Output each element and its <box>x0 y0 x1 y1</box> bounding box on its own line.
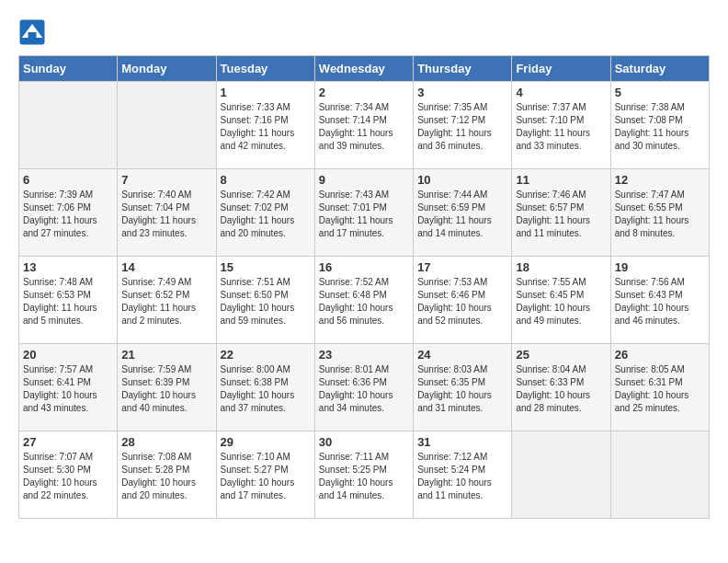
calendar-cell <box>19 82 118 169</box>
day-info: Sunrise: 7:38 AM Sunset: 7:08 PM Dayligh… <box>615 101 705 153</box>
day-info: Sunrise: 7:48 AM Sunset: 6:53 PM Dayligh… <box>23 276 113 327</box>
day-info: Sunrise: 7:07 AM Sunset: 5:30 PM Dayligh… <box>23 451 113 502</box>
day-info: Sunrise: 7:51 AM Sunset: 6:50 PM Dayligh… <box>221 276 311 327</box>
calendar-cell: 13Sunrise: 7:48 AM Sunset: 6:53 PM Dayli… <box>19 257 118 344</box>
day-number: 30 <box>319 435 409 449</box>
day-number: 8 <box>221 173 311 187</box>
page-header <box>18 18 710 46</box>
calendar-cell: 14Sunrise: 7:49 AM Sunset: 6:52 PM Dayli… <box>118 257 216 344</box>
day-number: 19 <box>615 260 705 274</box>
day-number: 25 <box>516 348 606 362</box>
weekday-header: Tuesday <box>216 56 314 82</box>
day-number: 27 <box>23 435 113 449</box>
calendar-cell: 22Sunrise: 8:00 AM Sunset: 6:38 PM Dayli… <box>216 344 314 431</box>
day-info: Sunrise: 7:53 AM Sunset: 6:46 PM Dayligh… <box>417 276 507 327</box>
day-info: Sunrise: 7:49 AM Sunset: 6:52 PM Dayligh… <box>121 276 211 327</box>
day-number: 12 <box>615 173 705 187</box>
calendar-header-row: SundayMondayTuesdayWednesdayThursdayFrid… <box>19 56 710 82</box>
day-number: 13 <box>23 260 113 274</box>
day-number: 9 <box>319 173 409 187</box>
day-info: Sunrise: 7:44 AM Sunset: 6:59 PM Dayligh… <box>417 189 507 240</box>
weekday-header: Saturday <box>610 56 709 82</box>
day-info: Sunrise: 7:42 AM Sunset: 7:02 PM Dayligh… <box>221 189 311 240</box>
day-info: Sunrise: 8:00 AM Sunset: 6:38 PM Dayligh… <box>221 363 311 415</box>
day-number: 17 <box>417 260 507 274</box>
logo-icon <box>18 18 46 46</box>
calendar-cell: 27Sunrise: 7:07 AM Sunset: 5:30 PM Dayli… <box>19 431 118 519</box>
day-number: 1 <box>221 86 311 99</box>
day-number: 7 <box>121 173 211 187</box>
calendar-cell: 12Sunrise: 7:47 AM Sunset: 6:55 PM Dayli… <box>610 169 709 257</box>
day-number: 10 <box>417 173 507 187</box>
day-info: Sunrise: 7:46 AM Sunset: 6:57 PM Dayligh… <box>516 189 606 240</box>
day-number: 16 <box>319 260 409 274</box>
day-info: Sunrise: 8:01 AM Sunset: 6:36 PM Dayligh… <box>319 363 409 415</box>
day-info: Sunrise: 7:37 AM Sunset: 7:10 PM Dayligh… <box>516 101 606 153</box>
calendar-cell: 20Sunrise: 7:57 AM Sunset: 6:41 PM Dayli… <box>19 344 118 431</box>
calendar-cell: 23Sunrise: 8:01 AM Sunset: 6:36 PM Dayli… <box>314 344 413 431</box>
calendar-cell: 4Sunrise: 7:37 AM Sunset: 7:10 PM Daylig… <box>512 82 610 169</box>
day-number: 21 <box>121 348 211 362</box>
calendar-cell <box>118 82 216 169</box>
calendar-week-row: 13Sunrise: 7:48 AM Sunset: 6:53 PM Dayli… <box>19 257 710 344</box>
day-number: 31 <box>417 435 507 449</box>
day-info: Sunrise: 7:34 AM Sunset: 7:14 PM Dayligh… <box>319 101 409 153</box>
day-info: Sunrise: 7:39 AM Sunset: 7:06 PM Dayligh… <box>23 189 113 240</box>
calendar-cell: 3Sunrise: 7:35 AM Sunset: 7:12 PM Daylig… <box>414 82 512 169</box>
day-info: Sunrise: 7:52 AM Sunset: 6:48 PM Dayligh… <box>319 276 409 327</box>
day-info: Sunrise: 8:04 AM Sunset: 6:33 PM Dayligh… <box>516 363 606 415</box>
calendar-table: SundayMondayTuesdayWednesdayThursdayFrid… <box>18 55 710 519</box>
calendar-cell: 6Sunrise: 7:39 AM Sunset: 7:06 PM Daylig… <box>19 169 118 257</box>
weekday-header: Friday <box>512 56 610 82</box>
day-number: 23 <box>319 348 409 362</box>
calendar-cell: 29Sunrise: 7:10 AM Sunset: 5:27 PM Dayli… <box>216 431 314 519</box>
day-number: 20 <box>23 348 113 362</box>
day-number: 24 <box>417 348 507 362</box>
day-number: 15 <box>221 260 311 274</box>
calendar-cell: 2Sunrise: 7:34 AM Sunset: 7:14 PM Daylig… <box>314 82 413 169</box>
day-number: 4 <box>516 86 606 99</box>
calendar-cell: 7Sunrise: 7:40 AM Sunset: 7:04 PM Daylig… <box>118 169 216 257</box>
calendar-cell: 1Sunrise: 7:33 AM Sunset: 7:16 PM Daylig… <box>216 82 314 169</box>
day-info: Sunrise: 7:10 AM Sunset: 5:27 PM Dayligh… <box>221 451 311 502</box>
weekday-header: Monday <box>118 56 216 82</box>
day-number: 2 <box>319 86 409 99</box>
calendar-cell: 10Sunrise: 7:44 AM Sunset: 6:59 PM Dayli… <box>414 169 512 257</box>
day-number: 22 <box>221 348 311 362</box>
calendar-cell: 9Sunrise: 7:43 AM Sunset: 7:01 PM Daylig… <box>314 169 413 257</box>
day-number: 5 <box>615 86 705 99</box>
day-info: Sunrise: 7:40 AM Sunset: 7:04 PM Dayligh… <box>121 189 211 240</box>
svg-rect-2 <box>28 32 37 40</box>
day-number: 14 <box>121 260 211 274</box>
day-info: Sunrise: 7:12 AM Sunset: 5:24 PM Dayligh… <box>417 451 507 502</box>
calendar-cell: 17Sunrise: 7:53 AM Sunset: 6:46 PM Dayli… <box>414 257 512 344</box>
weekday-header: Thursday <box>414 56 512 82</box>
calendar-cell: 8Sunrise: 7:42 AM Sunset: 7:02 PM Daylig… <box>216 169 314 257</box>
day-info: Sunrise: 7:11 AM Sunset: 5:25 PM Dayligh… <box>319 451 409 502</box>
day-number: 3 <box>417 86 507 99</box>
weekday-header: Wednesday <box>314 56 413 82</box>
calendar-cell: 15Sunrise: 7:51 AM Sunset: 6:50 PM Dayli… <box>216 257 314 344</box>
day-info: Sunrise: 7:35 AM Sunset: 7:12 PM Dayligh… <box>417 101 507 153</box>
day-info: Sunrise: 7:59 AM Sunset: 6:39 PM Dayligh… <box>121 363 211 415</box>
calendar-cell: 28Sunrise: 7:08 AM Sunset: 5:28 PM Dayli… <box>118 431 216 519</box>
calendar-cell: 18Sunrise: 7:55 AM Sunset: 6:45 PM Dayli… <box>512 257 610 344</box>
calendar-week-row: 27Sunrise: 7:07 AM Sunset: 5:30 PM Dayli… <box>19 431 710 519</box>
calendar-cell: 31Sunrise: 7:12 AM Sunset: 5:24 PM Dayli… <box>414 431 512 519</box>
calendar-cell: 11Sunrise: 7:46 AM Sunset: 6:57 PM Dayli… <box>512 169 610 257</box>
day-info: Sunrise: 7:33 AM Sunset: 7:16 PM Dayligh… <box>221 101 311 153</box>
day-number: 28 <box>121 435 211 449</box>
calendar-week-row: 20Sunrise: 7:57 AM Sunset: 6:41 PM Dayli… <box>19 344 710 431</box>
day-info: Sunrise: 7:55 AM Sunset: 6:45 PM Dayligh… <box>516 276 606 327</box>
calendar-cell: 5Sunrise: 7:38 AM Sunset: 7:08 PM Daylig… <box>610 82 709 169</box>
day-info: Sunrise: 7:47 AM Sunset: 6:55 PM Dayligh… <box>615 189 705 240</box>
calendar-cell: 24Sunrise: 8:03 AM Sunset: 6:35 PM Dayli… <box>414 344 512 431</box>
logo <box>18 18 50 46</box>
day-number: 29 <box>221 435 311 449</box>
day-number: 18 <box>516 260 606 274</box>
calendar-cell <box>610 431 709 519</box>
day-info: Sunrise: 8:05 AM Sunset: 6:31 PM Dayligh… <box>615 363 705 415</box>
day-info: Sunrise: 7:57 AM Sunset: 6:41 PM Dayligh… <box>23 363 113 415</box>
calendar-week-row: 6Sunrise: 7:39 AM Sunset: 7:06 PM Daylig… <box>19 169 710 257</box>
weekday-header: Sunday <box>19 56 118 82</box>
